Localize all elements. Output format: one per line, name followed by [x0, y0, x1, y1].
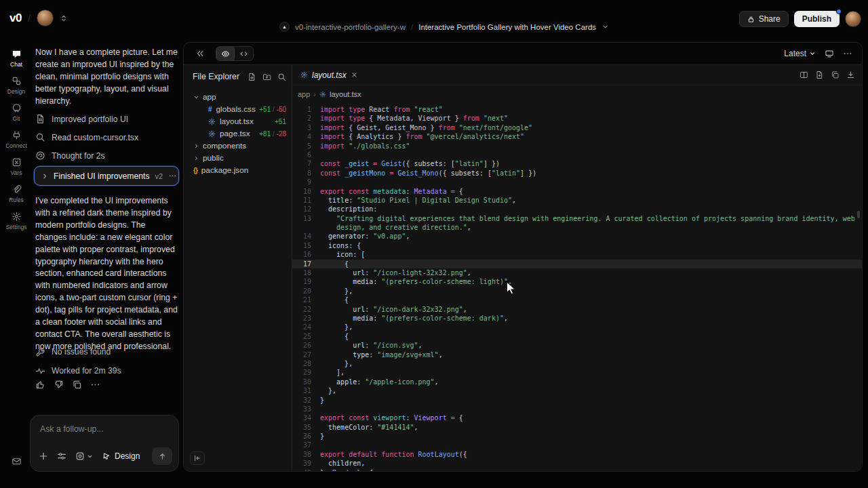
collapse-panel-icon[interactable]: [195, 49, 205, 58]
settings-sliders-icon[interactable]: [57, 451, 66, 461]
code-line-35[interactable]: 35 themeColor: "#141414",: [292, 423, 862, 432]
code-line-17[interactable]: 17 {: [292, 260, 862, 268]
file-row-package.json[interactable]: {}package.json: [184, 164, 292, 176]
code-line-33[interactable]: 33: [292, 405, 862, 413]
code-line-14[interactable]: 14 generator: "v0.app",: [292, 232, 862, 241]
file-row-page.tsx[interactable]: page.tsx+81 / -28: [184, 127, 292, 140]
rail-item-rules[interactable]: Rules: [0, 184, 33, 203]
code-line-31[interactable]: 31 },: [292, 386, 862, 395]
folder-row-components[interactable]: components: [184, 140, 292, 152]
code-line-1[interactable]: 1import type React from "react": [292, 105, 862, 114]
code-line-16[interactable]: 16 icon: [: [292, 250, 862, 259]
file-row-layout.tsx[interactable]: layout.tsx+51: [184, 115, 292, 127]
task-step[interactable]: Improved portfolio UI: [35, 110, 179, 128]
more-options-icon[interactable]: [843, 49, 852, 58]
code-line-3[interactable]: 3import { Geist, Geist_Mono } from "next…: [292, 123, 862, 132]
rail-item-vars[interactable]: Vars: [0, 157, 33, 176]
code-line-9[interactable]: 9: [292, 178, 862, 186]
workspace-switcher-icon[interactable]: [60, 14, 68, 22]
user-avatar[interactable]: [845, 11, 861, 27]
project-name[interactable]: v0-interactive-portfolio-gallery-w: [295, 23, 406, 31]
code-line-32[interactable]: 32}: [292, 396, 862, 405]
rail-item-connect[interactable]: Connect: [0, 130, 33, 149]
preview-eye-toggle[interactable]: [216, 46, 235, 61]
code-line-26[interactable]: 26 url: "/icon.svg",: [292, 341, 862, 350]
task-step[interactable]: Read custom-cursor.tsx: [35, 128, 179, 146]
split-editor-icon[interactable]: [800, 70, 808, 79]
chat-title[interactable]: Interactive Portfolio Gallery with Hover…: [418, 23, 596, 31]
code-line-37[interactable]: 37: [292, 441, 862, 449]
folder-row-app[interactable]: app: [184, 91, 292, 103]
rail-item-chat[interactable]: Chat: [0, 49, 33, 68]
code-content[interactable]: 1import type React from "react"2import t…: [292, 100, 862, 471]
composer[interactable]: Ask a follow-up... Design: [30, 415, 179, 472]
code-line-24[interactable]: 24 },: [292, 323, 862, 331]
code-line-10[interactable]: 10export const metadata: Metadata = {: [292, 187, 862, 196]
code-line-2[interactable]: 2import type { Metadata, Viewport } from…: [292, 114, 862, 123]
rail-item-settings[interactable]: Settings: [0, 211, 33, 230]
code-line-wrap[interactable]: design, and creative direction.",: [292, 223, 862, 232]
new-folder-icon[interactable]: [262, 73, 271, 81]
device-preview-icon[interactable]: [825, 49, 834, 58]
code-line-20[interactable]: 20 },: [292, 287, 862, 296]
code-line-22[interactable]: 22 url: "/icon-dark-32x32.png",: [292, 305, 862, 314]
feedback-mail-icon[interactable]: [0, 456, 33, 466]
code-line-12[interactable]: 12 description:: [292, 205, 862, 214]
copy-file-icon[interactable]: [831, 70, 840, 79]
model-picker-icon[interactable]: [75, 451, 93, 461]
scrollbar-thumb[interactable]: [857, 211, 860, 218]
download-icon[interactable]: [846, 70, 855, 79]
search-files-icon[interactable]: [277, 73, 286, 81]
code-line-15[interactable]: 15 icons: {: [292, 241, 862, 250]
new-file-icon[interactable]: [248, 73, 256, 81]
design-mode-selector[interactable]: Design: [102, 451, 140, 461]
code-line-4[interactable]: 4import { Analytics } from "@vercel/anal…: [292, 132, 862, 141]
file-row-globals.css[interactable]: #globals.css+51 / -50: [184, 103, 292, 115]
chevron-down-icon[interactable]: [601, 23, 609, 30]
publish-button[interactable]: Publish: [794, 11, 840, 27]
diff-file-icon[interactable]: [815, 70, 824, 79]
code-line-5[interactable]: 5import "./globals.css": [292, 142, 862, 150]
attach-plus-icon[interactable]: [39, 451, 48, 461]
code-line-23[interactable]: 23 media: "(prefers-color-scheme: dark)"…: [292, 314, 862, 323]
workspace-avatar[interactable]: [37, 9, 54, 26]
code-line-21[interactable]: 21 {: [292, 296, 862, 304]
code-line-8[interactable]: 8const _geistMono = Geist_Mono({ subsets…: [292, 169, 862, 178]
code-line-40[interactable]: 40}: Readonly<{: [292, 468, 862, 471]
thumb-down-icon[interactable]: [54, 380, 64, 390]
send-button[interactable]: [152, 447, 172, 465]
code-line-18[interactable]: 18 url: "/icon-light-32x32.png",: [292, 268, 862, 277]
breadcrumb-folder[interactable]: app: [298, 90, 310, 98]
version-selector[interactable]: Latest: [784, 49, 816, 58]
code-line-30[interactable]: 30 apple: "/apple-icon.png",: [292, 378, 862, 386]
close-tab-icon[interactable]: [351, 71, 358, 79]
code-line-38[interactable]: 38export default function RootLayout({: [292, 450, 862, 459]
code-line-29[interactable]: 29 ],: [292, 368, 862, 377]
code-line-6[interactable]: 6: [292, 150, 862, 159]
code-line-36[interactable]: 36}: [292, 432, 862, 441]
code-line-39[interactable]: 39 children,: [292, 459, 862, 468]
ellipsis-icon[interactable]: [90, 380, 100, 390]
code-line-34[interactable]: 34export const viewport: Viewport = {: [292, 413, 862, 422]
version-card-menu-icon[interactable]: [168, 171, 177, 180]
code-line-27[interactable]: 27 type: "image/svg+xml",: [292, 350, 862, 359]
share-button[interactable]: Share: [739, 11, 789, 27]
folder-row-public[interactable]: public: [184, 152, 292, 164]
rail-item-design[interactable]: Design: [0, 76, 33, 95]
code-line-13[interactable]: 13 "Crafting digital experiences that bl…: [292, 214, 862, 223]
code-view-toggle[interactable]: [235, 46, 253, 61]
copy-icon[interactable]: [72, 380, 82, 390]
code-line-28[interactable]: 28 },: [292, 359, 862, 368]
code-line-7[interactable]: 7const _geist = Geist({ subsets: ["latin…: [292, 159, 862, 168]
code-line-25[interactable]: 25 {: [292, 332, 862, 341]
code-line-11[interactable]: 11 title: "Studio Pixel | Digital Design…: [292, 196, 862, 205]
thumb-up-icon[interactable]: [35, 380, 45, 390]
rail-item-git[interactable]: Git: [0, 103, 33, 122]
task-step[interactable]: Thought for 2s: [35, 146, 179, 165]
collapse-explorer-icon[interactable]: [190, 451, 205, 465]
version-card[interactable]: Finished UI improvements v2: [34, 166, 179, 186]
code-line-19[interactable]: 19 media: "(prefers-color-scheme: light)…: [292, 277, 862, 286]
line-number: 16: [292, 250, 311, 259]
tab-layout-tsx[interactable]: layout.tsx: [292, 65, 366, 85]
breadcrumb-file[interactable]: layout.tsx: [330, 90, 361, 98]
